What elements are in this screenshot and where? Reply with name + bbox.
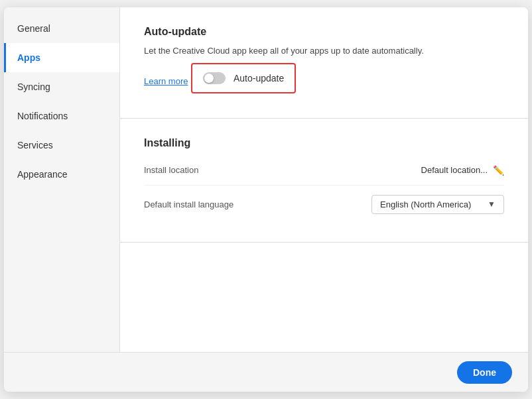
edit-location-icon[interactable]: ✏️: [493, 165, 504, 176]
auto-update-toggle-row: Auto-update: [191, 63, 296, 93]
window-body: General Apps Syncing Notifications Servi…: [4, 7, 528, 352]
install-location-value: Default location... ✏️: [421, 165, 504, 176]
footer: Done: [4, 352, 528, 392]
install-location-text: Default location...: [421, 165, 488, 175]
done-button[interactable]: Done: [457, 361, 512, 384]
installing-section: Installing Install location Default loca…: [120, 119, 528, 243]
auto-update-section: Auto-update Let the Creative Cloud app k…: [120, 7, 528, 119]
installing-title: Installing: [144, 137, 504, 149]
toggle-knob: [204, 74, 214, 83]
language-dropdown[interactable]: English (North America) ▼: [371, 195, 504, 214]
auto-update-description: Let the Creative Cloud app keep all of y…: [144, 44, 504, 58]
sidebar-item-general[interactable]: General: [4, 14, 119, 43]
install-location-label: Install location: [144, 165, 198, 175]
chevron-down-icon: ▼: [488, 200, 496, 209]
default-language-row: Default install language English (North …: [144, 186, 504, 223]
sidebar: General Apps Syncing Notifications Servi…: [4, 7, 120, 352]
learn-more-link[interactable]: Learn more: [144, 76, 188, 86]
sidebar-item-services[interactable]: Services: [4, 131, 119, 160]
install-location-row: Install location Default location... ✏️: [144, 156, 504, 186]
sidebar-item-appearance[interactable]: Appearance: [4, 160, 119, 189]
auto-update-title: Auto-update: [144, 26, 504, 38]
main-content: Auto-update Let the Creative Cloud app k…: [120, 7, 528, 352]
auto-update-toggle-label: Auto-update: [233, 73, 284, 84]
auto-update-toggle[interactable]: [203, 72, 226, 84]
sidebar-item-notifications[interactable]: Notifications: [4, 101, 119, 131]
sidebar-item-apps[interactable]: Apps: [4, 43, 119, 72]
default-language-label: Default install language: [144, 200, 233, 209]
settings-window: General Apps Syncing Notifications Servi…: [4, 7, 528, 392]
sidebar-item-syncing[interactable]: Syncing: [4, 72, 119, 101]
language-dropdown-value: English (North America): [380, 200, 471, 209]
